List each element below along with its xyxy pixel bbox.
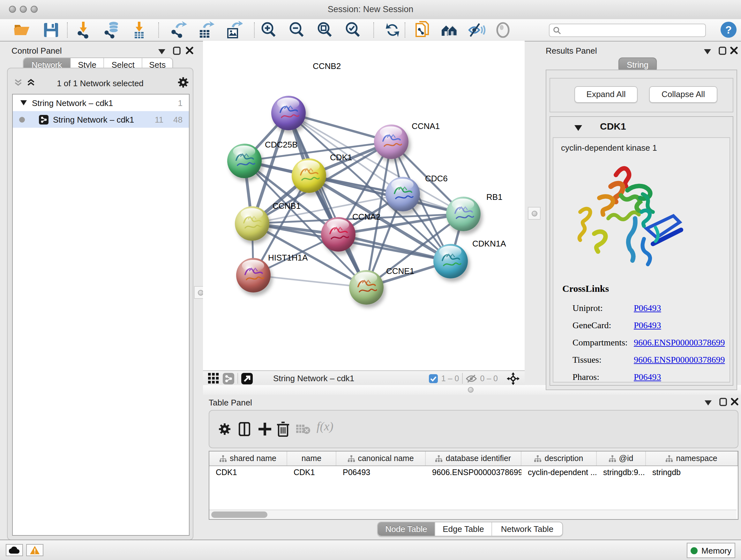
hide-panel-eye-icon[interactable] xyxy=(468,21,486,39)
table-panel: Table Panel f(x) shared namenamecanonica… xyxy=(203,395,741,540)
pan-crosshair-icon[interactable] xyxy=(507,372,520,385)
node-label-ccna2: CCNA2 xyxy=(352,212,381,222)
string-document-icon[interactable] xyxy=(414,21,431,39)
collapse-all-button[interactable]: Collapse All xyxy=(649,86,718,103)
crosslink-uniprot[interactable]: P06493 xyxy=(634,303,661,313)
float-panel-icon[interactable] xyxy=(719,398,727,406)
float-panel-icon[interactable] xyxy=(719,47,726,55)
node-label-ccnb1: CCNB1 xyxy=(273,201,300,211)
export-image-icon[interactable] xyxy=(225,21,243,39)
crosslink-tissues[interactable]: 9606.ENSP00000378699 xyxy=(634,355,725,365)
splitter-dot-icon[interactable] xyxy=(468,387,474,393)
column-header-database-identifier[interactable]: database identifier xyxy=(426,451,522,465)
table-cell[interactable]: CDK1 xyxy=(287,466,336,480)
tab-network-table[interactable]: Network Table xyxy=(491,522,562,536)
export-network-icon[interactable] xyxy=(169,21,187,39)
table-cell[interactable]: P06493 xyxy=(336,466,426,480)
memory-button[interactable]: Memory xyxy=(687,543,735,558)
zoom-in-icon[interactable] xyxy=(260,21,278,39)
close-panel-icon[interactable] xyxy=(730,47,738,54)
search-input[interactable] xyxy=(561,25,705,36)
network-collection-row[interactable]: String Network – cdk1 1 xyxy=(13,95,189,111)
right-splitter-handle[interactable] xyxy=(528,207,541,220)
protein-thumbnail-icon xyxy=(227,144,262,178)
selected-counts: 1 – 0 xyxy=(441,374,459,383)
panel-menu-icon[interactable] xyxy=(704,49,711,54)
save-session-icon[interactable] xyxy=(42,21,60,39)
section-expander-icon[interactable] xyxy=(575,125,582,131)
birdseye-grid-icon[interactable] xyxy=(208,373,219,384)
import-database-icon[interactable] xyxy=(103,21,121,39)
crosslink-pharos[interactable]: P06493 xyxy=(634,372,661,382)
cloud-button[interactable] xyxy=(6,544,23,556)
column-header--id[interactable]: @id xyxy=(597,451,646,465)
network-node-cdc25b[interactable] xyxy=(227,144,262,178)
panel-menu-icon[interactable] xyxy=(158,49,165,54)
network-node-rb1[interactable] xyxy=(446,197,481,231)
table-cell[interactable]: CDK1 xyxy=(209,466,287,480)
protein-structure-image xyxy=(566,157,694,278)
export-table-icon[interactable] xyxy=(197,21,214,39)
home-icon[interactable] xyxy=(441,21,458,39)
column-header-description[interactable]: description xyxy=(522,451,597,465)
tab-node-table[interactable]: Node Table xyxy=(378,522,434,536)
open-session-icon[interactable] xyxy=(13,21,30,39)
show-columns-icon[interactable] xyxy=(239,422,250,436)
table-hscrollbar[interactable] xyxy=(209,509,737,519)
column-header-namespace[interactable]: namespace xyxy=(646,451,738,465)
close-panel-icon[interactable] xyxy=(731,398,738,406)
string-overlay-icon[interactable] xyxy=(223,373,234,384)
table-row[interactable]: CDK1CDK1P064939606.ENSP00000378699cyclin… xyxy=(209,466,738,480)
gear-icon[interactable] xyxy=(178,77,189,88)
search-field[interactable] xyxy=(549,23,706,37)
selected-checkbox-icon[interactable] xyxy=(429,374,438,383)
table-cell[interactable]: 9606.ENSP00000378699 xyxy=(426,466,522,480)
show-eye-icon[interactable] xyxy=(494,21,512,39)
column-type-tree-icon xyxy=(435,455,443,462)
close-panel-icon[interactable] xyxy=(186,47,193,54)
search-icon xyxy=(553,26,561,35)
import-table-icon[interactable] xyxy=(130,21,148,39)
import-network-icon[interactable] xyxy=(75,21,92,39)
tab-edge-table[interactable]: Edge Table xyxy=(434,522,491,536)
column-type-tree-icon xyxy=(347,455,354,462)
crosslink-compartments[interactable]: 9606.ENSP00000378699 xyxy=(634,338,725,348)
refresh-icon[interactable] xyxy=(384,21,401,39)
table-cell[interactable]: stringdb xyxy=(646,466,738,480)
add-column-icon[interactable] xyxy=(258,422,272,436)
network-node-ccnb1[interactable] xyxy=(235,206,269,241)
network-node-cdk1[interactable] xyxy=(292,159,326,193)
network-node-ccna1[interactable] xyxy=(374,125,408,159)
table-hscrollbar-thumb[interactable] xyxy=(211,511,267,518)
gear-icon[interactable] xyxy=(218,423,231,435)
column-header-name[interactable]: name xyxy=(287,451,336,465)
network-node-ccna2[interactable] xyxy=(321,217,355,252)
network-node-cdc6[interactable] xyxy=(386,177,420,211)
expand-all-button[interactable]: Expand All xyxy=(575,86,637,103)
panel-menu-icon[interactable] xyxy=(704,400,712,406)
network-node-hist1h1a[interactable] xyxy=(236,258,271,293)
column-header-shared-name[interactable]: shared name xyxy=(209,451,287,465)
crosslink-genecard[interactable]: P06493 xyxy=(634,320,661,330)
application-window: Session: New Session ? Control Panel xyxy=(0,0,741,560)
float-panel-icon[interactable] xyxy=(173,47,181,55)
warning-button[interactable] xyxy=(26,544,44,556)
table-cell[interactable]: cyclin-dependent ... xyxy=(522,466,597,480)
column-header-canonical-name[interactable]: canonical name xyxy=(336,451,426,465)
table-cell[interactable]: stringdb:9... xyxy=(597,466,646,480)
zoom-out-icon[interactable] xyxy=(288,21,306,39)
table-toolbar: f(x) xyxy=(209,410,738,448)
network-row-selected[interactable]: String Network – cdk1 11 48 xyxy=(13,111,189,128)
network-node-ccnb2[interactable] xyxy=(271,96,306,130)
zoom-fit-icon[interactable] xyxy=(316,21,334,39)
help-icon[interactable]: ? xyxy=(720,21,737,38)
open-in-window-icon[interactable] xyxy=(241,373,253,384)
delete-column-icon[interactable] xyxy=(277,422,289,437)
network-node-cdkn1a[interactable] xyxy=(433,244,468,278)
protein-thumbnail-icon xyxy=(433,244,468,278)
network-view-canvas[interactable]: CCNB2 CCNA1 CDC25B CDK1 CDC6 xyxy=(203,41,525,370)
network-list: String Network – cdk1 1 String Network –… xyxy=(12,94,190,536)
tree-expander-icon[interactable] xyxy=(20,100,27,105)
zoom-selected-icon[interactable] xyxy=(344,21,362,39)
network-node-ccne1[interactable] xyxy=(349,270,384,305)
